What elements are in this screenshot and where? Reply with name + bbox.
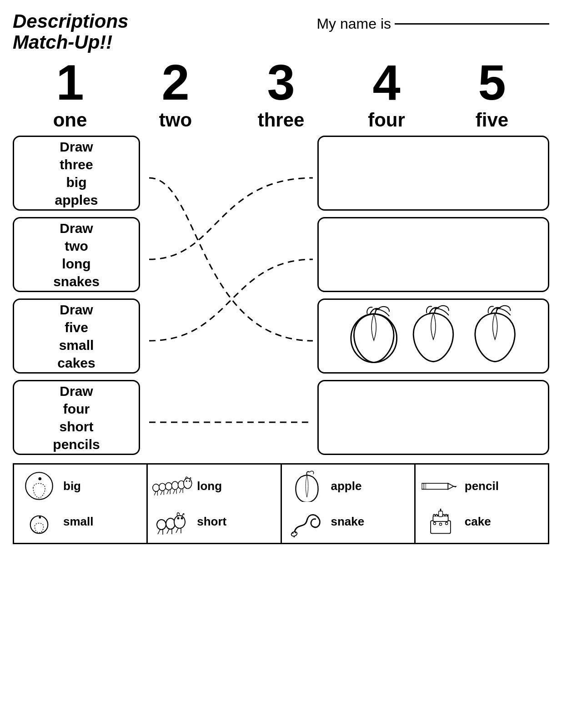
svg-rect-42 xyxy=(422,484,424,489)
svg-point-3 xyxy=(30,516,48,534)
number-col-3: 3 three xyxy=(240,57,322,131)
worksheet-title: Descriptions Match-Up!! xyxy=(13,11,128,53)
long-icon xyxy=(152,470,193,502)
pencil-vocab-icon xyxy=(420,470,461,502)
svg-point-2 xyxy=(39,478,41,480)
svg-rect-37 xyxy=(422,484,448,490)
vocab-snake: snake xyxy=(286,506,410,537)
digit-2: 2 xyxy=(161,57,189,107)
desc-text-4: Drawfourshortpencils xyxy=(53,382,100,453)
svg-line-28 xyxy=(158,530,160,534)
description-column: Drawthreebigapples Drawtwolongsnakes Dra… xyxy=(13,136,145,455)
digit-4: 4 xyxy=(372,57,400,107)
desc-text-2: Drawtwolongsnakes xyxy=(53,219,100,290)
name-underline xyxy=(395,23,549,25)
svg-point-24 xyxy=(166,518,175,529)
svg-point-23 xyxy=(157,520,166,530)
page: Descriptions Match-Up!! My name is 1 one… xyxy=(0,0,562,728)
svg-line-30 xyxy=(167,529,169,534)
desc-box-3: Drawfivesmallcakes xyxy=(13,298,140,374)
digit-3: 3 xyxy=(267,57,295,107)
word-5: five xyxy=(476,109,508,131)
svg-point-5 xyxy=(153,484,160,491)
svg-marker-39 xyxy=(453,486,456,487)
big-icon xyxy=(19,470,60,502)
drawing-column xyxy=(317,136,549,455)
draw-box-1 xyxy=(317,136,549,211)
vocab-small-label: small xyxy=(63,515,94,529)
vocab-short-label: short xyxy=(197,515,226,529)
cake-vocab-icon xyxy=(420,506,461,537)
small-icon xyxy=(19,506,60,537)
vocab-pencil: pencil xyxy=(420,470,543,502)
svg-line-13 xyxy=(154,492,156,495)
name-label: My name is xyxy=(316,15,391,32)
vocab-object2-panel: pencil xyxy=(416,465,548,543)
vocab-short: short xyxy=(152,506,276,537)
svg-point-1 xyxy=(25,473,53,500)
desc-box-4: Drawfourshortpencils xyxy=(13,380,140,455)
desc-box-1: Drawthreebigapples xyxy=(13,136,140,211)
svg-point-11 xyxy=(186,480,187,482)
name-field: My name is xyxy=(316,11,549,32)
vocab-length-panel: long xyxy=(148,465,281,543)
number-col-1: 1 one xyxy=(29,57,111,131)
main-area: Drawthreebigapples Drawtwolongsnakes Dra… xyxy=(13,136,549,455)
svg-line-32 xyxy=(176,528,178,533)
draw-box-2 xyxy=(317,217,549,292)
number-col-2: 2 two xyxy=(135,57,216,131)
svg-point-36 xyxy=(295,532,296,534)
vocab-size-panel: big small xyxy=(14,465,148,543)
header: Descriptions Match-Up!! My name is xyxy=(13,11,549,53)
svg-point-4 xyxy=(39,517,41,519)
svg-rect-45 xyxy=(438,511,442,517)
word-4: four xyxy=(368,109,405,131)
svg-point-7 xyxy=(166,483,172,490)
vocab-snake-label: snake xyxy=(331,515,365,529)
vocabulary-section: big small xyxy=(13,463,549,544)
svg-line-15 xyxy=(161,491,162,495)
vocab-cake-label: cake xyxy=(465,515,491,529)
svg-point-25 xyxy=(174,516,185,528)
svg-point-35 xyxy=(292,533,293,534)
svg-line-19 xyxy=(173,490,175,494)
dashed-lines-svg xyxy=(145,136,317,455)
vocab-apple: apple xyxy=(286,470,410,502)
vocab-long: long xyxy=(152,470,276,502)
desc-text-1: Drawthreebigapples xyxy=(55,138,98,209)
draw-box-3 xyxy=(317,298,549,374)
svg-line-17 xyxy=(167,490,169,494)
digit-1: 1 xyxy=(56,57,84,107)
vocab-long-label: long xyxy=(197,479,222,493)
vocab-object1-panel: apple snake xyxy=(282,465,416,543)
draw-box-4 xyxy=(317,380,549,455)
svg-point-10 xyxy=(184,478,192,489)
number-col-5: 5 five xyxy=(451,57,533,131)
svg-point-8 xyxy=(172,482,179,490)
vocab-big: big xyxy=(19,470,142,502)
digit-5: 5 xyxy=(478,57,506,107)
svg-line-21 xyxy=(180,489,181,493)
apple-vocab-icon xyxy=(286,470,327,502)
vocab-pencil-label: pencil xyxy=(465,479,499,493)
word-1: one xyxy=(53,109,87,131)
matching-lines-area xyxy=(145,136,317,455)
svg-point-6 xyxy=(159,484,166,491)
vocab-cake: cake xyxy=(420,506,543,537)
svg-point-12 xyxy=(189,480,190,482)
svg-point-26 xyxy=(177,517,180,520)
vocab-apple-label: apple xyxy=(331,479,362,493)
vocab-big-label: big xyxy=(63,479,81,493)
number-col-4: 4 four xyxy=(346,57,427,131)
word-2: two xyxy=(159,109,192,131)
short-icon xyxy=(152,506,193,537)
svg-marker-38 xyxy=(448,484,453,490)
vocab-small: small xyxy=(19,506,142,537)
svg-point-27 xyxy=(181,517,183,520)
desc-box-2: Drawtwolongsnakes xyxy=(13,217,140,292)
snake-vocab-icon xyxy=(286,506,327,537)
number-row: 1 one 2 two 3 three 4 four 5 five xyxy=(13,57,549,131)
apples-illustration xyxy=(329,301,538,371)
word-3: three xyxy=(258,109,305,131)
desc-text-3: Drawfivesmallcakes xyxy=(57,301,95,372)
